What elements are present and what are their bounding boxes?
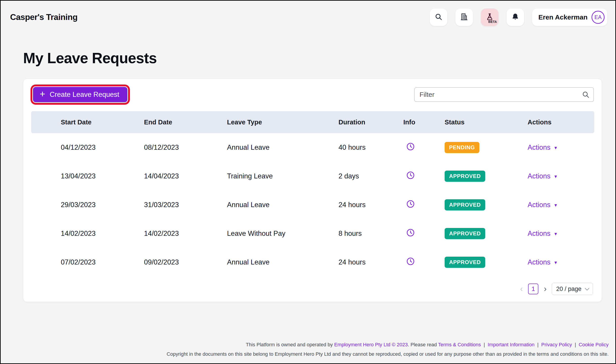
cell-duration: 24 hours [338,248,403,277]
cell-status: APPROVED [445,219,528,248]
avatar: EA [591,11,604,24]
actions-dropdown[interactable]: Actions▼ [528,230,558,238]
organisation-button[interactable] [455,9,473,26]
clock-icon[interactable] [406,171,415,180]
clock-icon[interactable] [406,142,415,151]
footer-link-privacy-policy[interactable]: Privacy Policy [541,342,572,347]
actions-label: Actions [528,172,550,180]
actions-dropdown[interactable]: Actions▼ [528,258,558,266]
brand-title: Casper's Training [10,13,78,22]
pagination-prev-icon[interactable]: ‹ [520,285,523,293]
card-toolbar: + Create Leave Request [31,87,594,102]
cell-leave-type: Annual Leave [227,191,338,219]
page-title: My Leave Requests [23,50,615,66]
chevron-down-icon: ▼ [554,145,558,150]
clock-icon[interactable] [406,199,415,208]
actions-label: Actions [528,230,550,238]
cell-info [403,162,445,191]
search-icon [582,91,590,100]
table-row: 13/04/2023 14/04/2023 Training Leave 2 d… [31,162,594,191]
footer-text: . Please read [408,342,437,347]
status-badge: APPROVED [445,199,485,210]
column-actions: Actions [528,111,594,133]
column-duration: Duration [338,111,403,133]
status-badge: APPROVED [445,257,485,268]
filter-input[interactable] [414,87,594,102]
cell-end-date: 14/02/2023 [144,219,227,248]
app-window: Casper's Training BETA [1,1,615,357]
page-size-select[interactable]: 20 / page [552,283,593,295]
table-row: 29/03/2023 31/03/2023 Annual Leave 24 ho… [31,191,594,219]
leave-table-body: 04/12/2023 08/12/2023 Annual Leave 40 ho… [31,133,594,277]
page-size-value: 20 / page [556,286,581,292]
cell-end-date: 08/12/2023 [144,133,227,162]
cell-end-date: 14/04/2023 [144,162,227,191]
cell-duration: 2 days [338,162,403,191]
actions-dropdown[interactable]: Actions▼ [528,143,558,152]
status-badge: PENDING [445,142,479,153]
cell-start-date: 13/04/2023 [31,162,144,191]
cell-leave-type: Annual Leave [227,248,338,277]
cell-actions: Actions▼ [528,248,594,277]
table-row: 07/02/2023 09/02/2023 Annual Leave 24 ho… [31,248,594,277]
footer-separator: | [575,342,576,347]
actions-dropdown[interactable]: Actions▼ [528,201,558,209]
table-header-row: Start Date End Date Leave Type Duration … [31,111,594,133]
cell-start-date: 07/02/2023 [31,248,144,277]
beta-features-button[interactable]: BETA [481,9,498,26]
footer-text: This Platform is owned and operated by [246,342,333,347]
clock-icon[interactable] [406,228,415,237]
column-info: Info [403,111,445,133]
cell-status: APPROVED [445,248,528,277]
footer-link-important-information[interactable]: Important Information [488,342,535,347]
cell-info [403,191,445,219]
leave-requests-table: Start Date End Date Leave Type Duration … [31,111,594,277]
bell-icon [511,13,519,22]
column-end-date: End Date [144,111,227,133]
cell-start-date: 29/03/2023 [31,191,144,219]
create-leave-request-button[interactable]: + Create Leave Request [33,87,127,102]
cell-actions: Actions▼ [528,219,594,248]
footer-link-company[interactable]: Employment Hero Pty Ltd © 2023 [334,342,408,347]
search-button[interactable] [430,9,447,26]
cell-end-date: 31/03/2023 [144,191,227,219]
user-name: Eren Ackerman [538,13,588,21]
cell-actions: Actions▼ [528,191,594,219]
leave-requests-card: + Create Leave Request Start Date End Da… [23,79,602,302]
footer-separator: | [484,342,485,347]
footer-copyright: Copyright in the documents on this site … [1,351,609,357]
filter-field [414,87,594,102]
actions-label: Actions [528,143,550,152]
cell-duration: 8 hours [338,219,403,248]
cell-status: APPROVED [445,191,528,219]
clock-icon[interactable] [406,257,415,266]
status-badge: APPROVED [445,228,485,239]
table-row: 04/12/2023 08/12/2023 Annual Leave 40 ho… [31,133,594,162]
cell-status: PENDING [445,133,528,162]
create-leave-request-label: Create Leave Request [50,91,119,99]
search-icon [435,13,442,22]
beta-badge: BETA [488,20,497,24]
cell-info [403,133,445,162]
actions-dropdown[interactable]: Actions▼ [528,172,558,180]
pagination-next-icon[interactable]: › [544,285,547,293]
actions-label: Actions [528,201,550,209]
cell-leave-type: Annual Leave [227,133,338,162]
cell-start-date: 14/02/2023 [31,219,144,248]
pagination: ‹ 1 › 20 / page [31,283,594,295]
cell-leave-type: Leave Without Pay [227,219,338,248]
status-badge: APPROVED [445,170,485,182]
actions-label: Actions [528,258,550,266]
pagination-page-1[interactable]: 1 [528,284,538,294]
notifications-button[interactable] [507,9,524,26]
user-menu[interactable]: Eren Ackerman EA [532,9,607,26]
organisation-icon [460,13,468,22]
chevron-down-icon [585,286,589,290]
chevron-down-icon: ▼ [554,203,558,208]
footer-link-terms[interactable]: Terms & Conditions [438,342,481,347]
plus-icon: + [40,90,45,99]
chevron-down-icon: ▼ [554,260,558,265]
footer-link-cookie-policy[interactable]: Cookie Policy [579,342,609,347]
footer-legal-line: This Platform is owned and operated by E… [1,342,609,348]
top-nav: Casper's Training BETA [1,1,615,34]
